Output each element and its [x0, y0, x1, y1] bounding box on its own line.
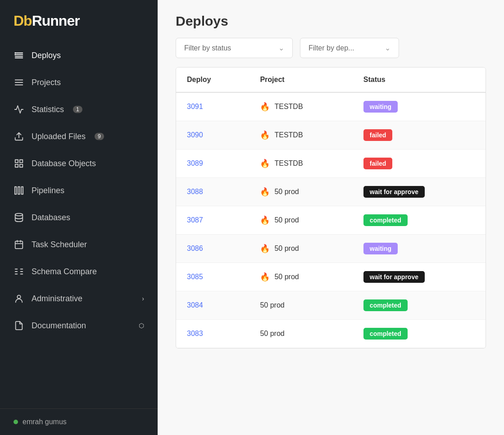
main-content: Deploys Filter by status ⌄ Filter by dep… [158, 0, 504, 435]
deploys-table: Deploy Project Status 3091🔥TESTDBwaiting… [176, 68, 486, 348]
deploy-link[interactable]: 3085 [187, 273, 203, 281]
page-header: Deploys [158, 0, 504, 38]
sidebar-item-database-objects[interactable]: Database Objects [0, 150, 158, 177]
status-cell: completed [353, 320, 486, 348]
status-badge: wait for approve [363, 271, 425, 283]
sidebar-item-statistics[interactable]: Statistics 1 [0, 96, 158, 123]
sidebar-item-deploys[interactable]: Deploys [0, 42, 158, 69]
col-deploy: Deploy [176, 68, 249, 92]
filter-deploy-placeholder: Filter by dep... [309, 44, 354, 52]
svg-point-28 [17, 295, 20, 299]
svg-rect-16 [22, 187, 23, 195]
deploy-cell: 3083 [176, 320, 249, 348]
svg-rect-10 [15, 160, 18, 163]
status-cell: waiting [353, 92, 486, 121]
administrative-arrow: › [142, 295, 144, 302]
sidebar-item-pipelines-label: Pipelines [32, 186, 64, 195]
table-header-row: Deploy Project Status [176, 68, 486, 92]
sidebar-item-pipelines[interactable]: Pipelines [0, 177, 158, 204]
deploy-link[interactable]: 3091 [187, 103, 203, 110]
filter-deploy-arrow: ⌄ [385, 44, 390, 52]
docs-icon [14, 320, 24, 331]
admin-icon [14, 293, 24, 304]
sidebar-item-projects[interactable]: Projects [0, 69, 158, 96]
status-badge: waiting [363, 101, 398, 113]
app-logo: DbRunner [0, 0, 158, 42]
deploy-cell: 3086 [176, 235, 249, 263]
status-badge: failed [363, 158, 393, 169]
filter-status-placeholder: Filter by status [184, 44, 231, 52]
deploy-cell: 3088 [176, 178, 249, 206]
table-row: 3089🔥TESTDBfailed [176, 150, 486, 178]
sidebar-item-documentation[interactable]: Documentation ⬡ [0, 312, 158, 339]
svg-rect-18 [15, 241, 23, 249]
deploy-link[interactable]: 3087 [187, 216, 203, 224]
logo-db: Db [14, 13, 32, 29]
table-row: 3090🔥TESTDBfailed [176, 121, 486, 150]
filter-deploy-select[interactable]: Filter by dep... ⌄ [300, 38, 399, 58]
fire-icon: 🔥 [260, 159, 270, 168]
uploaded-files-badge: 9 [95, 133, 104, 140]
status-cell: failed [353, 150, 486, 178]
db-objects-icon [14, 158, 24, 169]
sidebar-item-schema-compare[interactable]: Schema Compare [0, 258, 158, 285]
status-badge: waiting [363, 243, 398, 254]
sidebar-item-schema-compare-label: Schema Compare [32, 267, 97, 276]
deploy-link[interactable]: 3090 [187, 131, 203, 139]
svg-rect-13 [20, 164, 23, 167]
project-cell: 🔥50 prod [249, 178, 352, 206]
status-cell: completed [353, 291, 486, 320]
sidebar: DbRunner Deploys Projects Statistics 1 [0, 0, 158, 435]
filters-row: Filter by status ⌄ Filter by dep... ⌄ [158, 38, 504, 67]
table-row: 3086🔥50 prodwaiting [176, 235, 486, 263]
fire-icon: 🔥 [260, 187, 270, 197]
fire-icon: 🔥 [260, 244, 270, 254]
status-cell: completed [353, 206, 486, 235]
status-badge: completed [363, 328, 408, 340]
deploy-link[interactable]: 3086 [187, 245, 203, 252]
sidebar-item-deploys-label: Deploys [32, 51, 61, 60]
sidebar-item-uploaded-files[interactable]: Uploaded Files 9 [0, 123, 158, 150]
fire-icon: 🔥 [260, 272, 270, 282]
sidebar-item-database-objects-label: Database Objects [32, 159, 96, 168]
filter-status-select[interactable]: Filter by status ⌄ [176, 38, 293, 58]
databases-icon [14, 212, 24, 223]
scheduler-icon [14, 239, 24, 250]
documentation-external-icon: ⬡ [139, 322, 144, 329]
status-cell: failed [353, 121, 486, 150]
upload-icon [14, 131, 24, 142]
table-row: 308450 prodcompleted [176, 291, 486, 320]
status-cell: wait for approve [353, 263, 486, 291]
fire-icon: 🔥 [260, 215, 270, 225]
pipelines-icon [14, 185, 24, 196]
deploy-cell: 3091 [176, 92, 249, 121]
sidebar-item-projects-label: Projects [32, 78, 61, 87]
status-badge: completed [363, 214, 408, 226]
deploys-table-container: Deploy Project Status 3091🔥TESTDBwaiting… [176, 67, 486, 349]
svg-rect-12 [15, 164, 18, 167]
sidebar-item-administrative[interactable]: Administrative › [0, 285, 158, 312]
project-name: TESTDB [274, 159, 303, 168]
project-name: 50 prod [274, 273, 299, 281]
sidebar-item-databases[interactable]: Databases [0, 204, 158, 231]
col-status: Status [353, 68, 486, 92]
status-badge: wait for approve [363, 186, 425, 198]
deploy-link[interactable]: 3084 [187, 301, 203, 309]
project-name: TESTDB [274, 131, 303, 139]
deploy-link[interactable]: 3083 [187, 330, 203, 337]
table-row: 3087🔥50 prodcompleted [176, 206, 486, 235]
table-row: 3088🔥50 prodwait for approve [176, 178, 486, 206]
sidebar-item-task-scheduler[interactable]: Task Scheduler [0, 231, 158, 258]
deploy-link[interactable]: 3089 [187, 159, 203, 167]
project-cell: 🔥TESTDB [249, 92, 352, 121]
statistics-badge: 1 [73, 106, 82, 113]
schema-icon [14, 266, 24, 277]
deploy-link[interactable]: 3088 [187, 188, 203, 195]
project-name: 50 prod [274, 245, 299, 253]
deploy-cell: 3084 [176, 291, 249, 320]
col-project: Project [249, 68, 352, 92]
project-cell: 🔥TESTDB [249, 150, 352, 178]
project-cell: 50 prod [249, 291, 352, 320]
statistics-icon [14, 104, 24, 115]
project-cell: 🔥50 prod [249, 235, 352, 263]
